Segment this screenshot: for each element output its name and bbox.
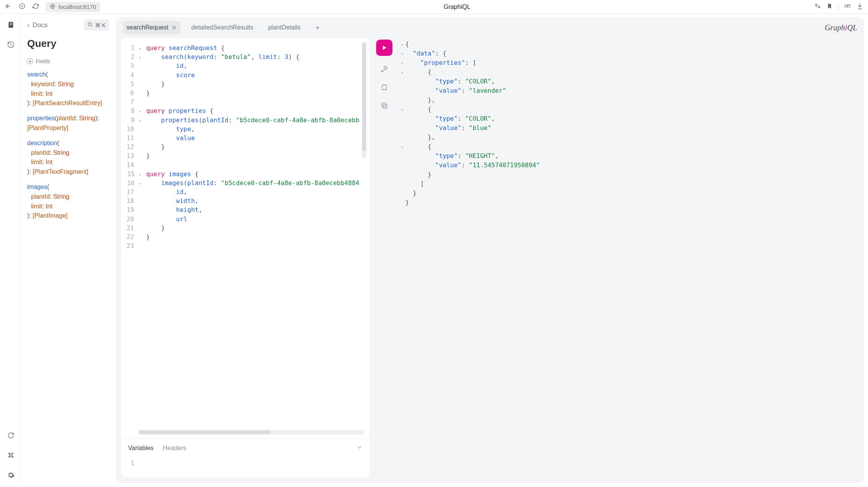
chevron-down-icon[interactable] [356,444,363,452]
tab-headers[interactable]: Headers [163,445,186,452]
browser-nav: Я localhost:8170 [5,2,100,12]
field-search[interactable]: search(keyword: Stringlimit: Int): [Plan… [27,70,109,108]
variables-gutter: 1 [128,459,138,467]
bookmark-icon[interactable] [826,3,833,10]
field-description[interactable]: description(plantId: Stringlimit: Int): … [27,139,109,177]
svg-rect-11 [382,103,385,107]
close-icon[interactable]: ✕ [172,24,177,31]
left-rail [0,14,22,487]
brand: GraphiQL [825,23,857,32]
keyboard-shortcuts-icon[interactable] [7,451,15,460]
tab-searchRequest[interactable]: searchRequest✕ [123,21,181,35]
browser-actions [814,3,863,11]
tab-variables[interactable]: Variables [128,445,154,452]
editor-gutter: 1 ▾ 2 ▾ 3 4 5 6 7 8 ▾ 9 ▾ 10 11 12 13 14… [121,38,145,430]
svg-rect-3 [845,5,847,7]
tab-label: detailedSearchResults [191,24,253,31]
workspace-top: searchRequest✕detailedSearchResultsplant… [116,17,864,38]
variables-editor[interactable]: 1 [121,457,370,478]
reload-icon[interactable] [33,3,39,10]
chevron-left-icon: ‹ [27,21,30,29]
settings-icon[interactable] [7,471,15,480]
address-text: localhost:8170 [59,3,96,10]
extensions-icon[interactable] [844,3,851,11]
editor-code[interactable]: query searchRequest { search(keyword: "b… [145,38,370,430]
profile-icon[interactable]: Я [19,3,26,11]
result-panel[interactable]: ▾{▾ "data": {▾ "properties": [▾ { "type"… [399,38,859,478]
merge-icon[interactable] [380,83,388,92]
editor-column: 1 ▾ 2 ▾ 3 4 5 6 7 8 ▾ 9 ▾ 10 11 12 13 14… [121,38,370,478]
page-title: GraphiQL [105,3,809,10]
variables-tabs: Variables Headers [128,445,186,452]
scrollbar-thumb[interactable] [362,43,366,151]
svg-text:Я: Я [21,5,23,8]
add-tab-button[interactable]: ＋ [311,22,324,33]
field-images[interactable]: images(plantId: Stringlimit: Int): [Plan… [27,182,109,221]
vertical-scrollbar[interactable] [362,42,366,158]
collapse-icon [27,59,33,64]
svg-rect-7 [9,24,12,25]
svg-rect-9 [382,85,387,90]
browser-bar: Я localhost:8170 GraphiQL [0,0,868,14]
variables-content[interactable] [138,459,140,467]
tab-detailedSearchResults[interactable]: detailedSearchResults [187,21,257,34]
query-editor[interactable]: 1 ▾ 2 ▾ 3 4 5 6 7 8 ▾ 9 ▾ 10 11 12 13 14… [121,38,370,430]
tab-label: plantDetails [268,24,301,31]
copy-icon[interactable] [380,102,388,111]
editor-scroll [362,42,366,426]
refresh-schema-icon[interactable] [7,432,15,440]
editor-tools [375,38,394,478]
svg-rect-6 [9,23,12,24]
workspace-body: 1 ▾ 2 ▾ 3 4 5 6 7 8 ▾ 9 ▾ 10 11 12 13 14… [116,38,864,483]
translate-icon[interactable] [814,3,821,11]
docs-icon[interactable] [7,21,15,30]
docs-title: Query [27,38,109,50]
address-bar[interactable]: localhost:8170 [46,2,100,12]
search-icon [87,22,93,28]
brand-pre: Graph [825,23,845,32]
download-icon[interactable] [856,3,863,11]
fields-heading[interactable]: Fields [27,58,109,64]
prettify-icon[interactable] [380,65,388,74]
docs-search[interactable]: ⌘ K [83,19,109,31]
field-properties[interactable]: properties(plantId: String): [PlantPrope… [27,114,109,133]
docs-back[interactable]: ‹ Docs [27,21,47,29]
globe-icon [50,3,56,10]
brand-post: QL [847,23,857,32]
history-icon[interactable] [7,41,15,50]
app: ‹ Docs ⌘ K Query Fields search(keyword: … [0,14,868,487]
execute-button[interactable] [376,40,392,56]
tab-plantDetails[interactable]: plantDetails [264,21,305,34]
svg-rect-10 [383,104,387,108]
back-icon[interactable] [5,3,12,11]
fields-label: Fields [36,58,50,64]
editor-card: 1 ▾ 2 ▾ 3 4 5 6 7 8 ▾ 9 ▾ 10 11 12 13 14… [121,38,370,478]
workspace: searchRequest✕detailedSearchResultsplant… [116,17,864,483]
scrollbar-thumb[interactable] [139,430,270,434]
docs-back-label: Docs [33,21,48,29]
horizontal-scrollbar[interactable] [138,430,364,435]
variables-bar: Variables Headers [121,438,370,457]
divider [838,3,838,10]
svg-point-8 [88,23,91,26]
docs-panel: ‹ Docs ⌘ K Query Fields search(keyword: … [22,14,116,487]
tab-label: searchRequest [127,24,168,31]
search-shortcut: ⌘ K [95,22,106,28]
tabs: searchRequest✕detailedSearchResultsplant… [123,21,324,35]
